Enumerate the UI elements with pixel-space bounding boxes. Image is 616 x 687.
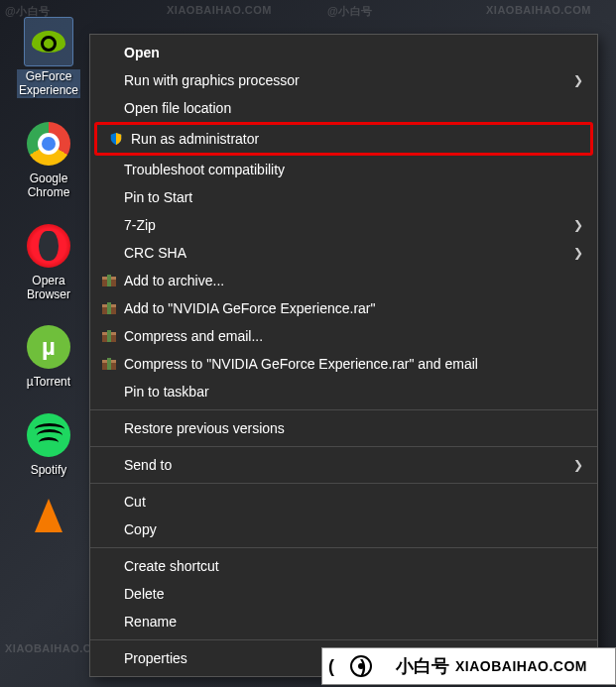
menu-troubleshoot[interactable]: Troubleshoot compatibility bbox=[90, 156, 597, 183]
menu-add-to-rar[interactable]: Add to "NVIDIA GeForce Experience.rar" bbox=[90, 294, 597, 322]
desktop-icon-chrome[interactable]: Google Chrome bbox=[8, 120, 89, 200]
menu-cut[interactable]: Cut bbox=[90, 488, 597, 515]
menu-send-to[interactable]: Send to❯ bbox=[90, 451, 597, 479]
menu-separator bbox=[90, 639, 597, 640]
menu-pin-start[interactable]: Pin to Start bbox=[90, 183, 597, 211]
svg-rect-2 bbox=[107, 275, 111, 286]
svg-rect-5 bbox=[107, 302, 111, 314]
footer-en: XIAOBAIHAO.COM bbox=[455, 658, 587, 674]
shield-icon bbox=[105, 130, 127, 148]
svg-rect-8 bbox=[107, 330, 111, 342]
menu-7zip[interactable]: 7-Zip❯ bbox=[90, 211, 597, 239]
desktop-icon-label: Google Chrome bbox=[28, 172, 70, 200]
desktop-icon-label: µTorrent bbox=[27, 375, 70, 389]
desktop-icon-opera[interactable]: Opera Browser bbox=[8, 222, 89, 302]
nvidia-icon bbox=[25, 18, 72, 65]
context-menu: Open Run with graphics processor❯ Open f… bbox=[89, 34, 598, 677]
menu-run-admin[interactable]: Run as administrator bbox=[97, 125, 590, 153]
menu-open[interactable]: Open bbox=[90, 39, 597, 66]
highlight-run-admin: Run as administrator bbox=[94, 122, 593, 156]
menu-open-location[interactable]: Open file location bbox=[90, 94, 597, 122]
menu-compress-rar-email[interactable]: Compress to "NVIDIA GeForce Experience.r… bbox=[90, 350, 597, 378]
menu-create-shortcut[interactable]: Create shortcut bbox=[90, 552, 597, 580]
desktop-icon-label: GeForce Experience bbox=[17, 69, 80, 98]
watermark: XIAOBAIHAO.COM bbox=[167, 4, 272, 16]
desktop-icon-label: Spotify bbox=[31, 463, 67, 477]
menu-separator bbox=[90, 446, 597, 447]
menu-crc-sha[interactable]: CRC SHA❯ bbox=[90, 239, 597, 267]
menu-rename[interactable]: Rename bbox=[90, 608, 597, 635]
menu-restore-versions[interactable]: Restore previous versions bbox=[90, 414, 597, 442]
menu-separator bbox=[90, 547, 597, 548]
desktop-icon-vlc[interactable] bbox=[8, 493, 89, 544]
winrar-icon bbox=[98, 355, 120, 373]
footer-watermark-banner: ( ) 小白号 XIAOBAIHAO.COM bbox=[321, 647, 616, 685]
desktop-icon-spotify[interactable]: Spotify bbox=[8, 411, 89, 477]
chevron-right-icon: ❯ bbox=[569, 458, 583, 472]
desktop-icon-geforce[interactable]: GeForce Experience bbox=[8, 18, 89, 98]
menu-separator bbox=[90, 483, 597, 484]
watermark: XIAOBAIHAO.COM bbox=[486, 4, 591, 16]
winrar-icon bbox=[98, 299, 120, 317]
menu-compress-email[interactable]: Compress and email... bbox=[90, 322, 597, 350]
menu-separator bbox=[90, 409, 597, 410]
menu-delete[interactable]: Delete bbox=[90, 580, 597, 608]
desktop-icon-label: Opera Browser bbox=[27, 274, 70, 302]
opera-icon bbox=[25, 222, 72, 270]
watermark: @小白号 bbox=[327, 4, 373, 19]
footer-cn: 小白号 bbox=[396, 654, 449, 678]
chevron-right-icon: ❯ bbox=[569, 73, 583, 87]
spotify-icon bbox=[25, 411, 72, 459]
utorrent-icon: µ bbox=[25, 323, 72, 371]
winrar-icon bbox=[98, 327, 120, 345]
desktop-icon-utorrent[interactable]: µ µTorrent bbox=[8, 323, 89, 389]
menu-copy[interactable]: Copy bbox=[90, 515, 597, 543]
desktop-icons: GeForce Experience Google Chrome Opera B… bbox=[8, 18, 89, 544]
watermark: @小白号 bbox=[5, 4, 51, 19]
svg-rect-11 bbox=[107, 358, 111, 370]
winrar-icon bbox=[98, 272, 120, 289]
menu-pin-taskbar[interactable]: Pin to taskbar bbox=[90, 378, 597, 405]
menu-run-graphics[interactable]: Run with graphics processor❯ bbox=[90, 66, 597, 94]
menu-add-archive[interactable]: Add to archive... bbox=[90, 267, 597, 294]
chevron-right-icon: ❯ bbox=[569, 246, 583, 260]
chevron-right-icon: ❯ bbox=[569, 218, 583, 232]
vlc-icon bbox=[25, 493, 72, 540]
chrome-icon bbox=[25, 120, 72, 168]
